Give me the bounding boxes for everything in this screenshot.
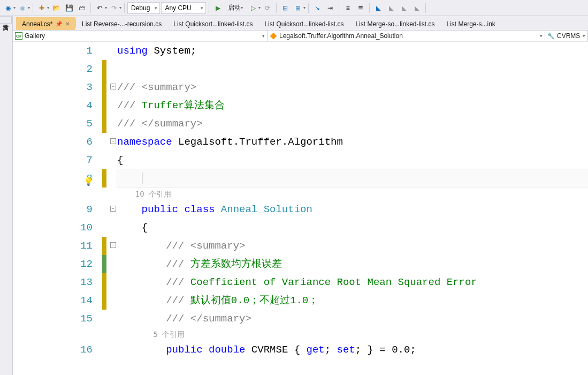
class-icon: 🔶 xyxy=(270,32,277,40)
tab-item[interactable]: List Merge-s...ink xyxy=(440,17,501,30)
codelens[interactable]: 5 个引用 xyxy=(117,328,588,341)
code-line[interactable]: public double CVRMSE { get; set; } = 0.0… xyxy=(117,341,588,359)
fold-icon[interactable]: − xyxy=(110,206,116,212)
dropdown-icon[interactable]: ▾ xyxy=(303,5,306,10)
dropdown-icon[interactable]: ▾ xyxy=(105,5,107,10)
bookmark-icon[interactable]: ◣ xyxy=(411,2,423,14)
code-line[interactable]: /// <summary> xyxy=(117,237,588,255)
tool-icon[interactable]: ⊞ xyxy=(292,2,304,14)
member-combo[interactable]: 🔶 Legalsoft.Truffer.Algorithm.Anneal_Sol… xyxy=(268,31,545,41)
code-line[interactable]: /// <summary> xyxy=(117,78,588,96)
change-marks xyxy=(101,42,109,375)
tab-label: List Merge-s...ink xyxy=(446,20,495,28)
fold-gutter: − − − − xyxy=(109,42,117,375)
tool-icon[interactable]: ⊟ xyxy=(279,2,291,14)
pin-icon[interactable]: 📌 xyxy=(56,21,62,27)
save-icon[interactable]: 💾 xyxy=(63,2,75,14)
code-line[interactable]: /// 默认初值0.0；不超过1.0； xyxy=(117,291,588,310)
line-number: 9 xyxy=(13,200,93,219)
tab-item[interactable]: List Quicksort...linked-list.cs xyxy=(258,17,349,30)
code-line[interactable]: { xyxy=(117,219,588,237)
line-number: 12 xyxy=(13,255,93,273)
indent-icon[interactable]: ≡ xyxy=(342,2,354,14)
dropdown-icon[interactable]: ▾ xyxy=(13,5,16,10)
nav-back-icon[interactable]: ◉ xyxy=(2,2,14,14)
document-tabs: Anneal.cs* 📌 × List Reverse-...-recursio… xyxy=(13,16,588,30)
bookmark-icon[interactable]: ◣ xyxy=(398,2,410,14)
code-line[interactable]: using System; xyxy=(117,42,588,60)
codelens[interactable]: 10 个引用 xyxy=(117,188,588,200)
separator xyxy=(90,3,91,13)
right-combo[interactable]: 🔧 CVRMS xyxy=(545,31,588,41)
code-editor[interactable]: 1 2 3 4 5 6 7 8💡 9 10 11 12 13 14 15 16 xyxy=(13,42,588,375)
line-number: 1 xyxy=(13,42,93,60)
code-line[interactable]: namespace Legalsoft.Truffer.Algorithm xyxy=(117,133,588,151)
code-line[interactable]: /// </summary> xyxy=(117,115,588,133)
indent-icon[interactable]: ≣ xyxy=(355,2,366,14)
main-toolbar: ◉▾ ◉▾ ✚▾ 📂 💾 🗃 ↶▾ ↷▾ Debug Any CPU ▶ 启动▾… xyxy=(0,0,588,16)
right-label: CVRMS xyxy=(557,32,580,40)
code-line[interactable]: /// 方差系数均方根误差 xyxy=(117,255,588,273)
separator xyxy=(425,3,426,13)
start-button[interactable]: 启动▾ xyxy=(225,2,246,14)
fold-icon[interactable]: − xyxy=(110,84,116,89)
text-caret xyxy=(142,172,142,184)
config-combo[interactable]: Debug xyxy=(127,2,160,14)
side-tab-well: 发货满 xyxy=(0,16,13,375)
new-item-icon[interactable]: ✚ xyxy=(36,2,48,14)
fold-icon[interactable]: − xyxy=(110,242,116,248)
separator xyxy=(308,3,309,13)
platform-combo[interactable]: Any CPU xyxy=(161,2,206,14)
code-line[interactable]: /// Truffer算法集合 xyxy=(117,96,588,115)
redo-icon[interactable]: ↷ xyxy=(108,2,120,14)
code-line[interactable]: { xyxy=(117,151,588,169)
dropdown-icon[interactable]: ▾ xyxy=(47,5,49,10)
line-number: 6 xyxy=(13,133,93,151)
open-icon[interactable]: 📂 xyxy=(50,2,62,14)
tab-item[interactable]: List Reverse-...-recursion.cs xyxy=(76,17,167,30)
line-number: 7 xyxy=(13,151,93,169)
fold-icon[interactable]: − xyxy=(110,138,116,144)
scope-combo[interactable]: C# Gallery xyxy=(13,31,268,41)
scope-label: Gallery xyxy=(25,32,45,40)
play-outline-icon[interactable]: ▷ xyxy=(247,2,259,14)
line-number: 16 xyxy=(13,341,93,359)
side-tab[interactable]: 发货满 xyxy=(0,16,12,24)
line-number: 14 xyxy=(13,291,93,310)
tab-label: List Quicksort...linked-list.cs xyxy=(264,20,343,28)
tab-anneal[interactable]: Anneal.cs* 📌 × xyxy=(16,17,75,30)
line-number: 2 xyxy=(13,60,93,78)
separator xyxy=(33,3,33,13)
close-icon[interactable]: × xyxy=(65,20,70,27)
undo-icon[interactable]: ↶ xyxy=(94,2,105,14)
line-number: 11 xyxy=(13,237,93,255)
bookmark-icon[interactable]: ◣ xyxy=(372,2,384,14)
dropdown-icon[interactable]: ▾ xyxy=(258,5,261,10)
nav-fwd-icon[interactable]: ◉ xyxy=(17,2,28,14)
tab-label: List Reverse-...-recursion.cs xyxy=(82,20,162,28)
tab-item[interactable]: List Merge-so...linked-list.cs xyxy=(349,17,440,30)
step-icon[interactable]: ↘ xyxy=(311,2,323,14)
separator xyxy=(124,3,125,13)
code-line[interactable]: /// </summary> xyxy=(117,310,588,328)
code-line[interactable] xyxy=(117,60,588,78)
play-icon[interactable]: ▶ xyxy=(212,2,224,14)
tool-icon[interactable]: ⟳ xyxy=(262,2,273,14)
step-icon[interactable]: ⇥ xyxy=(324,2,336,14)
code-area[interactable]: using System; /// <summary> /// Truffer算… xyxy=(117,42,588,375)
separator xyxy=(339,3,339,13)
line-gutter: 1 2 3 4 5 6 7 8💡 9 10 11 12 13 14 15 16 xyxy=(13,42,101,375)
line-number: 3 xyxy=(13,78,93,96)
separator xyxy=(276,3,277,13)
code-line[interactable]: public class Anneal_Solution xyxy=(117,200,588,219)
save-all-icon[interactable]: 🗃 xyxy=(76,2,88,14)
tab-item[interactable]: List Quicksort...linked-list.cs xyxy=(167,17,258,30)
bookmark-icon[interactable]: ◣ xyxy=(385,2,397,14)
code-line[interactable]: /// Coefficient of Variance Root Mean Sq… xyxy=(117,273,588,291)
csharp-icon: C# xyxy=(15,32,22,40)
nav-bar: C# Gallery 🔶 Legalsoft.Truffer.Algorithm… xyxy=(13,30,588,42)
tab-label: List Merge-so...linked-list.cs xyxy=(355,20,434,28)
line-number: 10 xyxy=(13,219,93,237)
line-number: 4 xyxy=(13,96,93,115)
code-line[interactable] xyxy=(117,169,588,188)
